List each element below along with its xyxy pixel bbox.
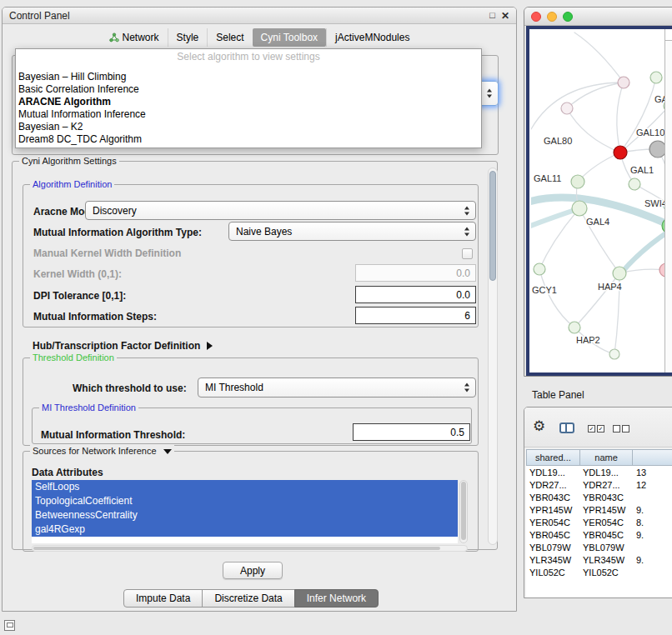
mi-algorithm-type-combo[interactable]: Naive Bayes [228,222,476,241]
table-row[interactable]: YPR145WYPR145W9. [526,503,672,516]
mi-steps-value: 6 [464,310,470,322]
attributes-horizontal-scrollbar[interactable] [32,545,468,552]
control-panel-titlebar[interactable]: Control Panel □ ✕ [3,8,516,24]
network-vertical-scrollbar[interactable] [664,29,672,372]
dpi-tolerance-value: 0.0 [456,289,470,301]
tab-select[interactable]: Select [207,28,252,47]
network-edge[interactable] [567,108,620,152]
network-edge[interactable] [574,32,624,82]
restore-panel-icon[interactable] [4,620,15,631]
collapse-arrow-icon[interactable] [163,449,172,454]
columns-icon[interactable] [559,422,574,433]
tab-jactivemodules[interactable]: jActiveMNodules [326,28,418,47]
data-attribute-item[interactable]: SelfLoops [32,480,458,494]
table-cell: YER054C [579,516,633,528]
dpi-tolerance-field[interactable]: 0.0 [355,286,476,303]
apply-button[interactable]: Apply [223,562,283,579]
settings-vertical-scrollbar[interactable] [488,168,498,545]
expand-arrow-icon [207,342,213,350]
table-cell [633,491,672,503]
data-attribute-item[interactable]: BetweennessCentrality [32,508,458,522]
scrollbar-arrow-box[interactable] [665,29,672,41]
minimize-traffic-light-icon[interactable] [547,12,557,22]
kernel-width-field[interactable]: 0.0 [355,264,476,282]
network-edge[interactable] [531,82,624,129]
network-node[interactable] [572,201,587,216]
manual-kernel-width-checkbox[interactable] [462,248,473,259]
aracne-mode-value: Discovery [93,205,137,217]
close-icon[interactable]: ✕ [501,10,509,22]
network-node[interactable] [629,178,640,190]
network-edge[interactable] [567,82,624,108]
mi-threshold-field[interactable]: 0.5 [353,423,470,441]
tab-style[interactable]: Style [168,28,208,47]
network-node[interactable] [614,146,627,159]
network-node[interactable] [571,175,584,188]
table-row[interactable]: YBR043CYBR043C [526,491,672,503]
network-edge[interactable] [578,152,620,182]
algorithm-option[interactable]: Bayesian – Hill Climbing [16,71,481,83]
table-cell: YPR145W [579,503,633,516]
table-cell: YBR045C [526,528,579,541]
scrollbar-thumb[interactable] [461,482,466,540]
deselect-all-rows-icon[interactable] [613,425,629,432]
data-attribute-item[interactable]: TopologicalCoefficient [32,494,458,508]
tab-cyni-toolbox[interactable]: Cyni Toolbox [253,28,326,47]
network-edge[interactable] [620,78,656,152]
network-node[interactable] [649,141,666,158]
table-panel-window: ⚙ ✓✓ shared... name YDL19...YDL19...13YD… [524,407,672,598]
column-header-shared-name[interactable]: shared... [526,449,580,466]
data-attribute-item[interactable]: gal4RGexp [32,522,458,537]
network-window-titlebar[interactable] [524,8,672,26]
tab-network[interactable]: Network [101,28,168,47]
network-node[interactable] [613,267,626,280]
which-threshold-label: Which threshold to use: [73,382,187,394]
table-cell: YDL19... [579,466,633,478]
scrollbar-thumb[interactable] [489,171,496,281]
column-header-clipped[interactable] [632,449,672,466]
hub-factor-section-toggle[interactable]: Hub/Transcription Factor Definition [33,340,213,352]
table-row[interactable]: YER054CYER054C8. [526,516,672,528]
tab-impute-data[interactable]: Impute Data [123,589,203,608]
network-edge[interactable] [539,269,574,328]
table-row[interactable]: YDR27...YDR27...12 [526,478,672,491]
float-window-icon[interactable]: □ [489,10,495,22]
table-cell: YBR043C [579,491,633,503]
table-row[interactable]: YDL19...YDL19...13 [526,466,672,478]
attributes-vertical-scrollbar[interactable] [459,480,468,543]
table-row[interactable]: YBL079WYBL079W [526,541,672,553]
network-node[interactable] [609,349,619,359]
algorithm-option[interactable]: Bayesian – K2 [16,121,481,133]
kernel-width-label: Kernel Width (0,1): [33,268,122,280]
gear-icon[interactable]: ⚙ [533,419,545,433]
aracne-mode-combo[interactable]: Discovery [85,201,476,220]
tab-infer-network[interactable]: Infer Network [294,589,379,608]
combo-arrows-icon [464,383,470,392]
network-node[interactable] [569,322,580,333]
algorithm-option[interactable]: ARACNE Algorithm [16,96,481,108]
scrollbar-thumb[interactable] [33,547,440,550]
tab-discretize-data[interactable]: Discretize Data [202,589,294,608]
table-row[interactable]: YBR045CYBR045C9. [526,528,672,541]
network-node[interactable] [534,263,545,275]
algorithm-option[interactable]: Dream8 DC_TDC Algorithm [16,133,481,146]
network-canvas[interactable]: GAL80GAL10GAL11GAL1SWI4GAL4GCY1HAP4HAP2G… [531,31,671,372]
zoom-traffic-light-icon[interactable] [563,12,573,22]
table-row[interactable]: YIL052CYIL052C [526,566,672,578]
which-threshold-combo[interactable]: MI Threshold [198,378,476,398]
mi-steps-field[interactable]: 6 [355,307,476,324]
network-node[interactable] [561,102,573,114]
network-edge[interactable] [617,82,624,152]
hub-factor-label: Hub/Transcription Factor Definition [33,340,200,352]
tab-label: jActiveMNodules [335,32,409,43]
settings-group-title: Cyni Algorithm Settings [19,155,119,167]
sources-title-text: Sources for Network Inference [33,446,157,456]
column-header-name[interactable]: name [579,449,634,466]
algorithm-option[interactable]: Basic Correlation Inference [16,83,481,96]
network-node[interactable] [618,77,629,88]
close-traffic-light-icon[interactable] [531,12,541,22]
table-row[interactable]: YLR345WYLR345W9. [526,553,672,566]
network-node[interactable] [650,72,662,83]
algorithm-option[interactable]: Mutual Information Inference [16,108,481,121]
select-all-rows-icon[interactable]: ✓✓ [588,425,604,432]
